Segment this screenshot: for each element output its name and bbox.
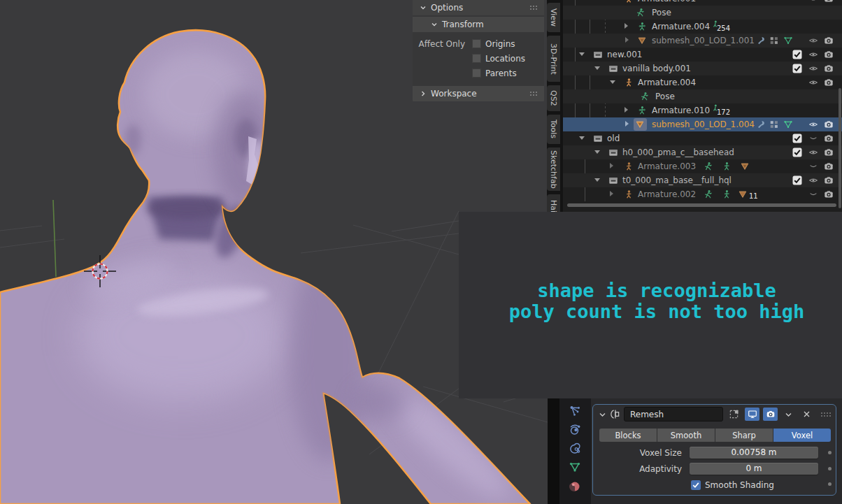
mode-blocks-button[interactable]: Blocks bbox=[599, 429, 657, 442]
adaptivity-field[interactable]: 0 m bbox=[690, 463, 818, 475]
camera-icon[interactable] bbox=[824, 120, 834, 129]
collapse-arrow[interactable] bbox=[610, 80, 615, 84]
camera-icon[interactable] bbox=[824, 189, 834, 199]
tab-view[interactable]: View bbox=[547, 3, 560, 32]
exclude-checkbox[interactable] bbox=[792, 134, 802, 143]
camera-icon[interactable] bbox=[824, 175, 834, 185]
outliner-horizontal-scrollbar[interactable] bbox=[567, 203, 836, 207]
render-display-toggle-button[interactable] bbox=[763, 408, 778, 421]
collapse-arrow[interactable] bbox=[594, 150, 600, 154]
expand-arrow[interactable] bbox=[610, 163, 613, 168]
camera-icon[interactable] bbox=[824, 36, 834, 45]
tab-hair-tool[interactable]: Hair Tool bbox=[547, 194, 560, 212]
outliner-item-label[interactable]: Armature.010 bbox=[652, 106, 710, 115]
outliner-row[interactable]: h0_000_pma_c__basehead bbox=[563, 145, 842, 159]
voxel-size-field[interactable]: 0.00758 m bbox=[690, 447, 818, 459]
camera-icon[interactable] bbox=[824, 64, 834, 73]
outliner-row[interactable]: old bbox=[563, 131, 842, 145]
delete-modifier-button[interactable] bbox=[799, 408, 814, 421]
object-data-tab-icon[interactable] bbox=[569, 461, 581, 473]
eye-icon[interactable] bbox=[808, 50, 818, 59]
outliner-row[interactable]: Armature.004 254 bbox=[563, 20, 842, 34]
eye-icon[interactable] bbox=[808, 120, 818, 129]
modifier-extras-dropdown[interactable] bbox=[781, 408, 796, 421]
editor-divider[interactable] bbox=[548, 398, 559, 504]
camera-icon[interactable] bbox=[824, 134, 834, 143]
outliner-row[interactable]: Armature.003 bbox=[563, 159, 842, 173]
realtime-display-toggle-button[interactable] bbox=[745, 408, 759, 421]
eye-closed-icon[interactable] bbox=[808, 189, 818, 199]
physics-tab-icon[interactable] bbox=[569, 424, 581, 436]
exclude-checkbox[interactable] bbox=[792, 175, 802, 185]
exclude-checkbox[interactable] bbox=[792, 64, 802, 73]
expand-arrow[interactable] bbox=[625, 37, 629, 43]
collapse-arrow[interactable] bbox=[594, 66, 600, 70]
tab-3d-print[interactable]: 3D-Print bbox=[547, 36, 560, 82]
options-panel-header[interactable]: Options bbox=[413, 0, 544, 15]
mode-sharp-button[interactable]: Sharp bbox=[715, 429, 773, 442]
outliner-item-label[interactable]: Pose bbox=[652, 8, 671, 17]
animate-property-dot[interactable] bbox=[828, 451, 832, 454]
eye-icon[interactable] bbox=[808, 64, 818, 73]
outliner-item-label[interactable]: Armature.004 bbox=[652, 22, 710, 31]
outliner-item-label[interactable]: old bbox=[607, 134, 620, 143]
particles-tab-icon[interactable] bbox=[569, 405, 581, 417]
outliner-row[interactable]: vanilla body.001 bbox=[563, 62, 842, 75]
outliner-vertical-scrollbar[interactable] bbox=[839, 88, 841, 208]
collapse-arrow[interactable] bbox=[579, 52, 585, 56]
material-tab-icon[interactable] bbox=[569, 480, 581, 493]
eye-icon[interactable] bbox=[808, 36, 818, 45]
animate-property-dot[interactable] bbox=[828, 467, 832, 470]
outliner-item-label[interactable]: new.001 bbox=[607, 50, 642, 59]
outliner-row[interactable]: t0_000_ma_base__full_hql bbox=[563, 173, 842, 187]
camera-icon[interactable] bbox=[824, 78, 834, 87]
panel-grip-icon[interactable] bbox=[529, 91, 539, 96]
eye-icon[interactable] bbox=[808, 147, 818, 157]
transform-section-header[interactable]: Transform bbox=[413, 17, 544, 32]
animate-property-dot[interactable] bbox=[828, 482, 832, 486]
eye-closed-icon[interactable] bbox=[808, 134, 818, 143]
outliner-row[interactable]: submesh_00_LOD_1.001 bbox=[563, 34, 842, 48]
expand-arrow[interactable] bbox=[625, 107, 628, 113]
eye-icon[interactable] bbox=[808, 175, 818, 185]
expand-arrow[interactable] bbox=[625, 121, 629, 127]
camera-icon[interactable] bbox=[824, 147, 834, 157]
outliner-item-label[interactable]: Armature.004 bbox=[638, 78, 696, 87]
outliner-row[interactable]: Pose bbox=[563, 89, 842, 103]
outliner-item-label[interactable]: h0_000_pma_c__basehead bbox=[622, 147, 734, 157]
eye-closed-icon[interactable] bbox=[808, 161, 818, 171]
outliner-item-label[interactable]: t0_000_ma_base__full_hql bbox=[622, 175, 732, 185]
outliner-item-label[interactable]: Pose bbox=[655, 92, 675, 101]
eye-icon[interactable] bbox=[808, 78, 818, 87]
locations-checkbox[interactable] bbox=[472, 54, 481, 63]
collapse-arrow[interactable] bbox=[579, 136, 585, 140]
workspace-section-header[interactable]: Workspace bbox=[413, 86, 544, 101]
edit-mode-toggle-button[interactable] bbox=[727, 408, 741, 421]
outliner-row[interactable]: Armature.010 172 bbox=[563, 103, 842, 117]
outliner-item-label[interactable]: submesh_00_LOD_1.001 bbox=[652, 36, 755, 45]
outliner-item-label[interactable]: vanilla body.001 bbox=[622, 64, 691, 73]
outliner-row[interactable]: Armature.004 bbox=[563, 75, 842, 89]
mode-smooth-button[interactable]: Smooth bbox=[657, 429, 715, 442]
origins-checkbox[interactable] bbox=[472, 39, 481, 48]
constraints-tab-icon[interactable] bbox=[569, 442, 581, 455]
smooth-shading-checkbox[interactable] bbox=[691, 480, 701, 490]
tab-qs2[interactable]: QS2 bbox=[547, 85, 560, 111]
outliner-editor[interactable]: Armature.001 Pose Armature.004 254 subme… bbox=[563, 0, 842, 212]
panel-grip-icon[interactable] bbox=[820, 412, 832, 417]
outliner-item-label[interactable]: submesh_00_LOD_1.004 bbox=[652, 120, 755, 129]
outliner-row-selected[interactable]: submesh_00_LOD_1.004 bbox=[563, 117, 842, 131]
outliner-row[interactable]: Armature.001 bbox=[563, 0, 842, 6]
outliner-item-label[interactable]: Armature.001 bbox=[638, 0, 696, 3]
tab-tools[interactable]: Tools bbox=[547, 115, 560, 144]
panel-grip-icon[interactable] bbox=[529, 5, 539, 10]
outliner-item-label[interactable]: Armature.003 bbox=[638, 161, 696, 171]
exclude-checkbox[interactable] bbox=[792, 50, 802, 59]
outliner-row[interactable]: Armature.002 11 bbox=[563, 187, 842, 201]
mode-voxel-button[interactable]: Voxel bbox=[773, 429, 831, 442]
expand-arrow[interactable] bbox=[610, 191, 613, 196]
collapse-arrow[interactable] bbox=[594, 178, 600, 182]
eye-icon[interactable] bbox=[808, 0, 818, 3]
outliner-row[interactable]: new.001 bbox=[563, 48, 842, 62]
exclude-checkbox[interactable] bbox=[792, 147, 802, 157]
